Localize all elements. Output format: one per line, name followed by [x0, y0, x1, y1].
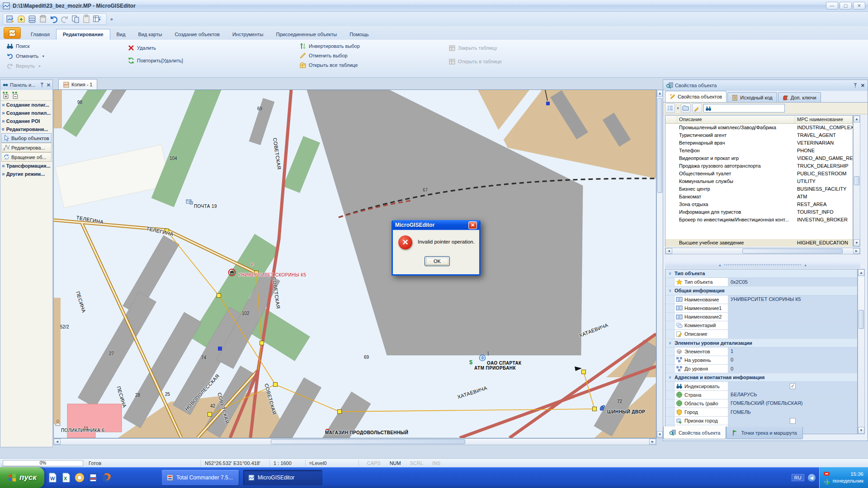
open-map-icon[interactable]: [6, 14, 15, 23]
repeat-delete-button[interactable]: Повторить[Удалить]: [127, 57, 183, 64]
panel-group--рансформация-[interactable]: »Трансформация...: [0, 162, 52, 170]
property-value[interactable]: [728, 330, 857, 338]
panel-group--оздание-poi[interactable]: »Создание POI: [0, 117, 52, 125]
table-header[interactable]: Описание MPC наименование: [665, 116, 853, 124]
taskbar-item-total-commander[interactable]: Total Commander 7.5...: [162, 470, 239, 485]
tray-clock[interactable]: 15:36 понедельник: [833, 471, 863, 484]
invert-selection-button[interactable]: Инвертировать выбор: [299, 42, 360, 50]
tab-vid-karty[interactable]: Вид карты: [132, 29, 168, 40]
panel-item--едактирова-[interactable]: Редактирова...: [1, 143, 52, 152]
panel-splitter[interactable]: ▲▲: [665, 262, 860, 268]
close-table-button[interactable]: Закрыть таблицу: [448, 44, 497, 52]
wand-button[interactable]: [692, 103, 702, 113]
table-horizontal-scrollbar[interactable]: ◄ ►: [665, 248, 860, 254]
table-row[interactable]: ТелефонPHONE: [665, 147, 853, 155]
tab-redaktirovanie[interactable]: Редактирование: [56, 29, 110, 40]
tab-vid[interactable]: Вид: [110, 29, 132, 40]
search-button[interactable]: Поиск: [6, 42, 29, 50]
property-row[interactable]: Признак город: [665, 417, 857, 425]
property-value[interactable]: 0x2C05: [728, 278, 857, 286]
table-row[interactable]: Продажа грузового автотранспортаTRUCK_DE…: [665, 162, 853, 170]
panel-item--ращение-об-[interactable]: Вращение об...: [1, 152, 52, 162]
map-node-blue[interactable]: [218, 347, 222, 351]
tray-collapse-icon[interactable]: ◀: [808, 474, 816, 482]
minimize-button[interactable]: —: [826, 2, 838, 9]
property-value[interactable]: 0: [728, 356, 857, 364]
table-row[interactable]: Промышленный комплекс/Завод/ФабрикаINDUS…: [665, 124, 853, 131]
collapse-all-icon[interactable]: [12, 91, 19, 99]
bottom-tab-track-points[interactable]: Точки трека и маршрута: [726, 427, 802, 439]
excel-quicklaunch-icon[interactable]: X: [61, 472, 71, 483]
property-grid-scrollbar[interactable]: ▲ ▼: [858, 269, 865, 434]
taskbar-item-microgiseditor[interactable]: MicroGISEditor: [243, 470, 322, 485]
application-button[interactable]: [4, 27, 21, 39]
table-vertical-scrollbar[interactable]: ▲ ▼: [853, 115, 860, 247]
tray-antivirus-icon[interactable]: [823, 479, 830, 485]
tray-red-icon[interactable]: [823, 470, 830, 477]
delete-button[interactable]: Удалить: [127, 44, 156, 52]
property-row[interactable]: ГородГОМЕЛЬ: [665, 408, 857, 417]
ok-button[interactable]: OK: [425, 256, 450, 266]
property-row[interactable]: Индексировать✓: [665, 382, 857, 390]
panel-group--оздание-полиг-[interactable]: »Создание полиг...: [0, 101, 52, 109]
search-input[interactable]: [703, 104, 785, 113]
dialog-title-bar[interactable]: MicroGISEditor ✕: [393, 220, 479, 230]
tab-pomosch[interactable]: Помощь: [343, 29, 375, 40]
property-value[interactable]: [728, 313, 857, 321]
qat-overflow-button[interactable]: »: [110, 17, 113, 22]
panel-group--ругие-режим-[interactable]: »Другие режим...: [0, 170, 52, 178]
add-file-icon[interactable]: [17, 14, 26, 23]
table-row[interactable]: Коммунальные службыUTILITY: [665, 178, 853, 185]
document-tab[interactable]: Копия - 1: [58, 79, 97, 89]
property-row[interactable]: НаименованиеУНИВЕРСИТЕТ СКОРИНЫ К5: [665, 296, 857, 304]
property-section[interactable]: ∨Тип объекта: [665, 269, 857, 278]
table-row[interactable]: Ветеринарный врачVETERINARIAN: [665, 139, 853, 147]
folder-button[interactable]: [681, 103, 691, 113]
table-row[interactable]: Бизнес центрBUSINESS_FACILITY: [665, 185, 853, 193]
deselect-button[interactable]: Отменить выбор: [299, 52, 348, 59]
property-value[interactable]: [728, 417, 857, 425]
table-row[interactable]: Зона отдыхаREST_AREA: [665, 201, 853, 208]
open-all-tables-button[interactable]: Открыть все таблице: [299, 61, 358, 69]
close-button[interactable]: ✕: [853, 2, 865, 9]
table-row-selected[interactable]: Высшее учебное заведениеHIGHER_EDUCATION: [665, 239, 853, 247]
property-row[interactable]: Область (райоГОМЕЛЬСКИЙ (ГОМЕЛЬСКАЯ): [665, 399, 857, 408]
convert-icon[interactable]: [93, 14, 102, 23]
panel-group--едактировани-[interactable]: »Редактировани...: [0, 125, 52, 133]
totalcmd-quicklaunch-icon[interactable]: [88, 472, 99, 483]
property-row[interactable]: Описание: [665, 330, 857, 338]
export-icon[interactable]: [38, 14, 47, 23]
firefox-quicklaunch-icon[interactable]: [101, 472, 112, 483]
save-icon[interactable]: [28, 14, 37, 23]
open-in-table-button[interactable]: Открыть в таблице: [448, 58, 502, 65]
property-row[interactable]: На уровень0: [665, 356, 857, 365]
tab-sozdanie-obektov[interactable]: Создание объектов: [168, 29, 226, 40]
word-quicklaunch-icon[interactable]: W: [47, 472, 58, 483]
property-value[interactable]: ГОМЕЛЬ: [728, 408, 857, 416]
redo-button[interactable]: Вернуть▼: [6, 62, 41, 70]
paste-icon[interactable]: [82, 14, 91, 23]
pin-icon[interactable]: [853, 83, 858, 88]
property-value[interactable]: БЕЛАРУСЬ: [728, 391, 857, 399]
tab-extra-keys[interactable]: Доп. ключи: [778, 92, 821, 102]
property-section[interactable]: ∨Общая информация: [665, 286, 857, 295]
close-panel-icon[interactable]: ✕: [47, 82, 51, 88]
properties-panel-header[interactable]: Свойства объекта ✕: [663, 80, 868, 91]
property-row[interactable]: Тип объекта0x2C05: [665, 278, 857, 286]
copy-icon[interactable]: [71, 14, 80, 23]
property-row[interactable]: Наименование1: [665, 304, 857, 313]
panel-group--оздание-полил-[interactable]: »Создание полил...: [0, 109, 52, 117]
property-value[interactable]: ✓: [728, 382, 857, 390]
property-value[interactable]: УНИВЕРСИТЕТ СКОРИНЫ К5: [728, 296, 857, 304]
table-row[interactable]: Видеопрокат и прокат игрVIDEO_AND_GAME_R…: [665, 155, 853, 162]
start-button[interactable]: пуск: [0, 467, 44, 488]
bottom-tab-object-properties[interactable]: Свойства объекта: [663, 427, 726, 439]
property-value[interactable]: ГОМЕЛЬСКИЙ (ГОМЕЛЬСКАЯ): [728, 399, 857, 408]
map-vertical-scrollbar[interactable]: ▲ ▼: [656, 89, 663, 438]
property-row[interactable]: СтранаБЕЛАРУСЬ: [665, 391, 857, 399]
panel-item--ыбор-объектов[interactable]: Выбор объектов: [1, 133, 52, 143]
checkbox-unchecked[interactable]: [790, 418, 796, 424]
tab-glavnaya[interactable]: Главная: [24, 29, 56, 40]
map-horizontal-scrollbar[interactable]: ◄ ►: [53, 438, 656, 445]
undo-button[interactable]: Отменить▼: [6, 52, 45, 60]
